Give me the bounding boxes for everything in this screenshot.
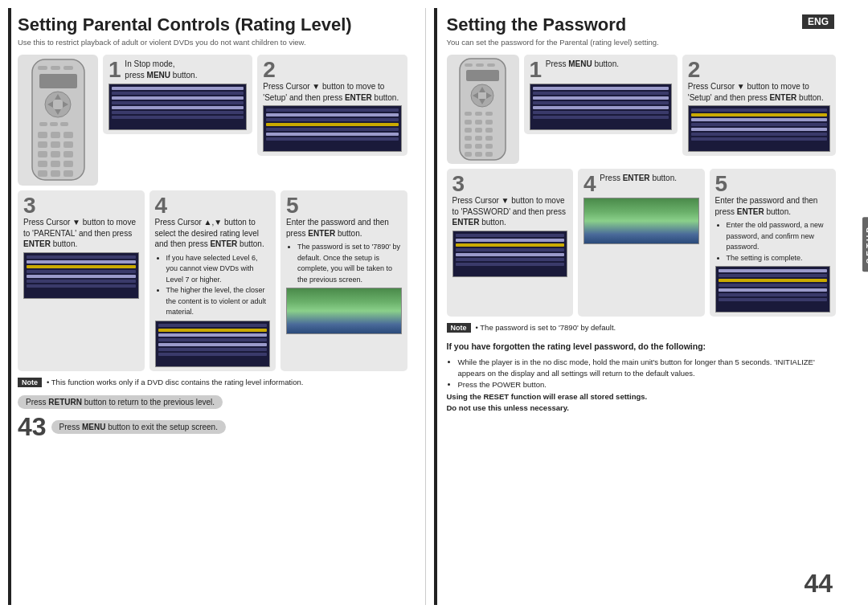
svg-rect-23	[38, 161, 47, 167]
svg-rect-28	[63, 170, 73, 177]
svg-point-6	[52, 99, 63, 110]
remote-svg	[28, 58, 88, 182]
svg-rect-16	[63, 132, 73, 138]
footer-menu-row: 43 Press MENU button to exit the setup s…	[18, 412, 407, 442]
svg-rect-48	[485, 128, 493, 133]
svg-rect-18	[51, 141, 60, 148]
right-step1-screen	[530, 84, 672, 130]
right-step5-card: 5 Enter the password and then press ENTE…	[710, 169, 837, 317]
footer-return-row: Press RETURN button to return to the pre…	[18, 395, 407, 409]
svg-rect-51	[485, 136, 493, 141]
bottom-steps-row: 3 Press Cursor ▼ button to move to 'PARE…	[18, 190, 407, 371]
page-container: Setting Parental Controls (Rating Level)…	[0, 0, 868, 613]
svg-rect-54	[485, 144, 493, 149]
svg-rect-4	[39, 74, 77, 88]
svg-rect-30	[465, 63, 473, 67]
svg-rect-21	[51, 151, 60, 157]
svg-rect-17	[38, 141, 47, 148]
right-step3-card: 3 Press Cursor ▼ button to move to 'PASS…	[447, 169, 574, 317]
svg-rect-26	[38, 170, 47, 177]
svg-rect-3	[63, 66, 73, 70]
right-step3-screen	[452, 231, 568, 277]
svg-rect-43	[465, 120, 472, 125]
step3-text: Press Cursor ▼ button to move to 'PARENT…	[23, 217, 139, 250]
step4-screen	[155, 321, 271, 367]
svg-rect-50	[475, 136, 482, 141]
left-subtitle: Use this to restrict playback of adult o…	[18, 38, 407, 47]
svg-rect-20	[38, 151, 47, 157]
svg-rect-25	[63, 161, 73, 167]
svg-rect-56	[475, 152, 482, 157]
right-step5-bullets: Enter the old password, a new password, …	[715, 220, 831, 264]
step5-bullets: The password is set to '7890' by default…	[286, 242, 402, 285]
note-label: Note	[18, 378, 42, 387]
footer-return-pill: Press RETURN button to return to the pre…	[18, 395, 223, 409]
left-footer: Press RETURN button to return to the pre…	[18, 395, 407, 442]
step1-text: In Stop mode, press MENU button.	[125, 59, 197, 80]
step4-text: Press Cursor ▲,▼ button to select the de…	[155, 217, 271, 250]
svg-rect-24	[51, 161, 60, 167]
svg-rect-41	[475, 112, 482, 116]
right-remote-illustration	[447, 55, 519, 164]
svg-rect-32	[487, 63, 495, 67]
svg-rect-52	[465, 144, 472, 149]
right-title: Setting the Password	[447, 14, 837, 35]
right-step4-screen	[583, 198, 699, 244]
svg-rect-46	[465, 128, 472, 133]
left-page-number: 43	[18, 412, 47, 442]
svg-rect-40	[465, 112, 472, 116]
right-subtitle: You can set the password for the Parenta…	[447, 38, 837, 47]
svg-rect-55	[465, 152, 472, 157]
right-section: ENG Setting the Password You can set the…	[434, 8, 861, 605]
forgotten-bullets: While the player is in the no disc mode,…	[447, 357, 837, 414]
forgotten-title: If you have forgotten the rating level p…	[447, 341, 837, 353]
step2-screen	[263, 105, 401, 152]
right-note: Note • The password is set to '7890' by …	[447, 323, 837, 333]
step1-card: 1 In Stop mode, press MENU button.	[103, 55, 252, 134]
step2-card: 2 Press Cursor ▼ button to move to 'Setu…	[257, 55, 407, 156]
step1-number: 1	[108, 59, 121, 81]
right-remote-svg	[457, 57, 509, 161]
right-step2-screen	[688, 105, 830, 152]
step5-card: 5 Enter the password and then press ENTE…	[280, 190, 407, 371]
right-step4-card: 4 Press ENTER button.	[578, 169, 705, 317]
step3-card: 3 Press Cursor ▼ button to move to 'PARE…	[18, 190, 145, 371]
svg-rect-57	[485, 152, 493, 157]
svg-rect-11	[39, 122, 47, 126]
step4-number: 4	[155, 194, 168, 217]
right-note-text: • The password is set to '7890' by defau…	[476, 323, 616, 332]
right-step1-card: 1 Press MENU button.	[524, 55, 678, 134]
svg-rect-12	[50, 122, 58, 126]
step5-screen	[286, 288, 402, 334]
svg-rect-2	[51, 66, 60, 70]
right-bottom-steps-row: 3 Press Cursor ▼ button to move to 'PASS…	[447, 169, 837, 317]
step3-screen	[23, 252, 139, 299]
svg-rect-42	[485, 112, 493, 116]
left-title: Setting Parental Controls (Rating Level)	[18, 14, 407, 35]
right-note-label: Note	[447, 323, 471, 333]
svg-rect-19	[63, 141, 73, 148]
forgotten-section: If you have forgotten the rating level p…	[447, 341, 837, 414]
right-step2-card: 2 Press Cursor ▼ button to move to 'Setu…	[682, 55, 836, 156]
step2-number: 2	[263, 59, 276, 81]
right-page-number: 44	[804, 569, 833, 599]
left-note: Note • This function works only if a DVD…	[18, 378, 407, 387]
svg-rect-13	[60, 122, 68, 126]
footer-menu-pill: Press MENU button to exit the setup scre…	[51, 420, 226, 434]
svg-rect-27	[51, 170, 60, 177]
step1-screen	[108, 84, 247, 130]
svg-rect-49	[465, 136, 472, 141]
section-divider	[425, 8, 426, 605]
svg-rect-53	[475, 144, 482, 149]
note-text: • This function works only if a DVD disc…	[47, 378, 303, 386]
step4-card: 4 Press Cursor ▲,▼ button to select the …	[149, 190, 276, 371]
svg-rect-15	[51, 132, 60, 138]
svg-rect-31	[476, 63, 484, 67]
svg-rect-1	[38, 66, 47, 70]
svg-rect-44	[475, 120, 482, 125]
svg-rect-14	[38, 132, 47, 138]
step4-bullets: If you have selected Level 6, you cannot…	[155, 253, 271, 318]
step5-text: Enter the password and then press ENTER …	[286, 217, 402, 239]
svg-rect-22	[63, 151, 73, 157]
eng-badge: ENG	[802, 14, 834, 29]
